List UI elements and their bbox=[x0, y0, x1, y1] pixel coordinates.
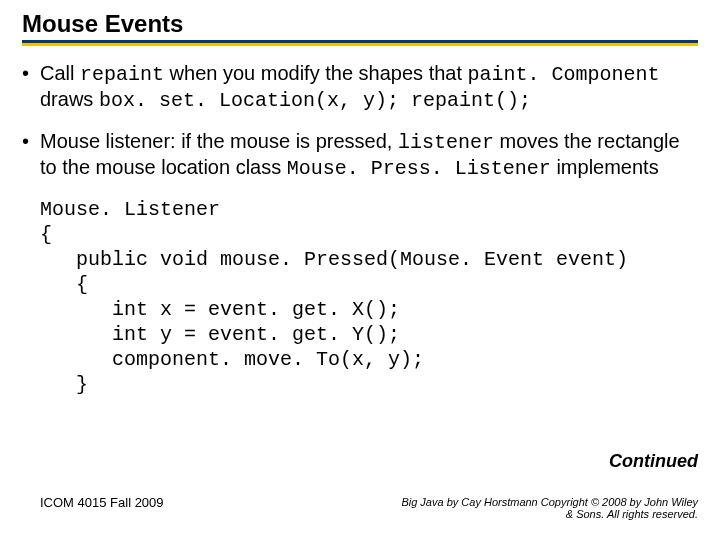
code-inline: listener bbox=[398, 131, 494, 154]
text: Call bbox=[40, 62, 80, 84]
slide-title: Mouse Events bbox=[22, 10, 698, 40]
title-block: Mouse Events bbox=[22, 10, 698, 43]
footer-left: ICOM 4015 Fall 2009 bbox=[40, 495, 164, 510]
text: draws bbox=[40, 88, 99, 110]
text: when you modify the shapes that bbox=[164, 62, 468, 84]
bullet-item-1: Call repaint when you modify the shapes … bbox=[22, 61, 698, 113]
continued-label: Continued bbox=[609, 451, 698, 472]
code-inline: paint. Component bbox=[468, 63, 660, 86]
content-area: Call repaint when you modify the shapes … bbox=[22, 61, 698, 397]
text: Mouse listener: if the mouse is pressed, bbox=[40, 130, 398, 152]
text: implements bbox=[551, 156, 659, 178]
code-inline: repaint bbox=[80, 63, 164, 86]
footer-right: Big Java by Cay Horstmann Copyright © 20… bbox=[398, 496, 698, 520]
bullet-list: Call repaint when you modify the shapes … bbox=[22, 61, 698, 181]
bullet-item-2: Mouse listener: if the mouse is pressed,… bbox=[22, 129, 698, 181]
code-inline: box. set. Location(x, y); repaint(); bbox=[99, 89, 531, 112]
code-inline: Mouse. Press. Listener bbox=[287, 157, 551, 180]
code-block: Mouse. Listener { public void mouse. Pre… bbox=[40, 197, 698, 397]
title-rule bbox=[22, 40, 698, 43]
